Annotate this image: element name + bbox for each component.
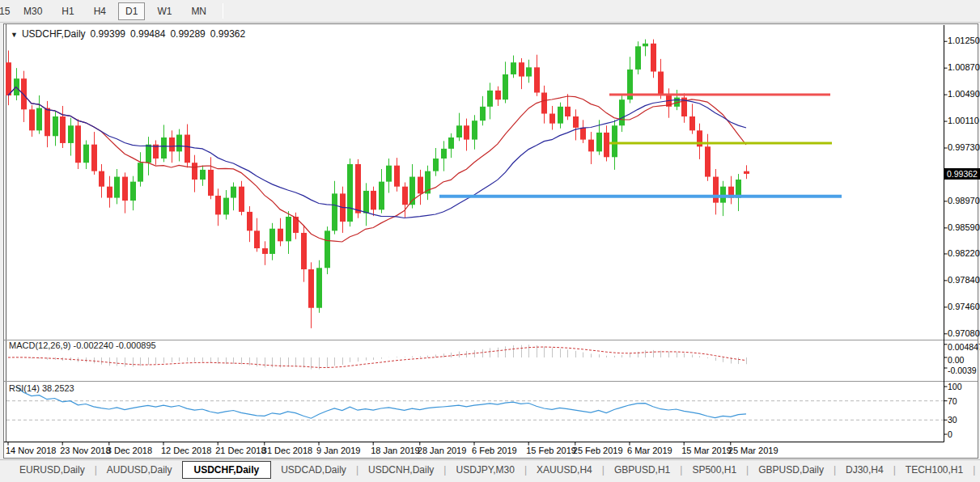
date-axis-label: 3 Dec 2018 [107, 446, 152, 455]
ohlc-open: 0.99399 [91, 28, 125, 40]
date-axis-label: 25 Mar 2019 [728, 446, 778, 455]
date-axis-label: 21 Dec 2018 [215, 446, 265, 455]
rsi-axis-label: 0 [948, 429, 952, 439]
date-axis-label: 25 Feb 2019 [573, 446, 623, 455]
date-axis-label: 28 Jan 2019 [418, 446, 467, 455]
tab-gbpusd-daily[interactable]: GBPUSD,Daily [749, 462, 834, 478]
macd-indicator-label: MACD(12,26,9) -0.002240 -0.000895 [9, 340, 156, 350]
price-axis-label: 0.98590 [948, 222, 980, 232]
symbol-tabbar: EURUSD,Daily|AUDUSD,DailyUSDCHF,DailyUSD… [0, 459, 980, 479]
tab-xauusd-h4[interactable]: XAUUSD,H4 [527, 462, 602, 478]
chart-symbol: USDCHF,Daily [22, 28, 86, 40]
price-axis-label: 0.97080 [948, 328, 980, 338]
tab-eurusd-daily[interactable]: EURUSD,Daily [10, 462, 95, 478]
price-axis-label: 1.00870 [948, 62, 980, 72]
rsi-axis-label: 30 [948, 415, 957, 425]
date-axis-label: 31 Dec 2018 [262, 446, 312, 455]
timeframe-button-mn[interactable]: MN [184, 2, 214, 20]
price-axis-label: 0.97840 [948, 275, 980, 285]
price-axis-label: 0.97460 [948, 302, 980, 311]
date-axis-label: 9 Jan 2019 [316, 446, 360, 455]
date-axis-label: 15 Feb 2019 [526, 446, 576, 455]
timeframe-button-15[interactable]: 15 [0, 2, 11, 20]
date-axis-label: 18 Jan 2019 [371, 446, 420, 455]
date-axis-label: 23 Nov 2018 [60, 446, 110, 455]
toolbar-separator [223, 3, 223, 19]
price-axis-label: 1.00110 [948, 116, 979, 125]
tab-gbpusd-h1[interactable]: GBPUSD,H1 [605, 462, 680, 478]
macd-values: -0.002240 -0.000895 [73, 340, 155, 350]
tab-dj30-h4[interactable]: DJ30,H4 [836, 462, 893, 478]
rsi-axis-label: 70 [948, 396, 957, 406]
rsi-value: 38.2523 [42, 383, 74, 393]
tab-tech100-h1[interactable]: TECH100,H1 [896, 462, 973, 478]
tab-sp500-h1[interactable]: SP500,H1 [682, 462, 746, 478]
chart-window-frame [4, 24, 978, 459]
price-axis-label: 0.98220 [948, 248, 980, 258]
ohlc-close: 0.99362 [210, 28, 245, 40]
chart-title: ▼USDCHF,Daily0.993990.994840.992890.9936… [11, 28, 245, 40]
date-axis-label: 15 Mar 2019 [681, 446, 732, 455]
timeframe-button-m30[interactable]: M30 [16, 2, 49, 20]
current-price-badge: 0.99362 [944, 168, 980, 180]
tab-usdcad-daily[interactable]: USDCAD,Daily [271, 462, 356, 478]
date-axis-label: 14 Nov 2018 [6, 446, 56, 455]
symbol-dropdown-icon[interactable]: ▼ [11, 31, 18, 39]
macd-axis-label: -0.0039 [948, 366, 977, 375]
price-axis-label: 1.01250 [948, 36, 980, 45]
timeframe-button-w1[interactable]: W1 [150, 2, 179, 20]
ohlc-low: 0.99289 [170, 28, 205, 40]
tab-ukc[interactable]: UKC [975, 462, 980, 478]
timeframe-button-d1[interactable]: D1 [118, 2, 145, 20]
tab-usdchf-daily[interactable]: USDCHF,Daily [182, 461, 272, 479]
date-axis-label: 12 Dec 2018 [161, 446, 211, 455]
tab-usdjpy-m30[interactable]: USDJPY,M30 [446, 462, 524, 478]
tab-usdcnh-daily[interactable]: USDCNH,Daily [358, 462, 443, 478]
timeframe-button-h1[interactable]: H1 [54, 2, 81, 20]
ohlc-high: 0.99484 [130, 28, 165, 40]
rsi-indicator-label: RSI(14) 38.2523 [9, 383, 74, 393]
price-axis-label: 1.00490 [948, 89, 980, 99]
price-axis-label: 0.99730 [948, 142, 980, 152]
chart-plot[interactable] [0, 0, 980, 482]
timeframe-toolbar: 15M30H1H4D1W1MN [0, 0, 980, 23]
timeframe-button-h4[interactable]: H4 [87, 2, 113, 20]
tab-audusd-daily[interactable]: AUDUSD,Daily [97, 462, 182, 478]
price-axis-label: 0.98970 [948, 196, 980, 205]
rsi-axis-label: 100 [948, 382, 962, 391]
macd-axis-label: 0.00 [948, 355, 964, 365]
date-axis-label: 6 Feb 2019 [472, 446, 517, 455]
date-axis-label: 6 Mar 2019 [627, 446, 672, 455]
macd-axis-label: 0.004847 [948, 342, 980, 352]
